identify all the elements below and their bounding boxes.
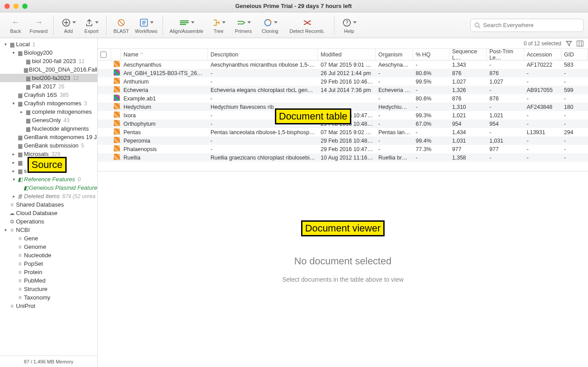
table-row[interactable]: Ant_GBH_19125-B03-ITS_265_10…-26 Jul 201… bbox=[98, 69, 588, 77]
table-row[interactable]: Anthurium-29 Feb 2016 10:46 pm-99.5%1,02… bbox=[98, 77, 588, 86]
cell-name: Hedychium bbox=[121, 104, 208, 110]
columns-icon[interactable] bbox=[576, 40, 584, 47]
cell-description: - bbox=[208, 96, 318, 102]
disclosure-icon[interactable]: ▸ bbox=[11, 160, 16, 165]
header-checkbox[interactable] bbox=[98, 49, 111, 60]
disclosure-icon[interactable]: ▾ bbox=[11, 177, 16, 182]
sidebar-item[interactable]: ≡Taxonomy bbox=[0, 293, 97, 302]
select-all-checkbox[interactable] bbox=[100, 52, 107, 58]
header-organism[interactable]: Organism bbox=[376, 49, 413, 60]
workflows-button[interactable]: Workflows bbox=[133, 13, 159, 37]
sidebar-item[interactable]: ≡PubMed bbox=[0, 276, 97, 285]
sidebar-item[interactable]: ▆BIOL_200_DNA_2016.Fall bbox=[0, 65, 97, 74]
disclosure-icon[interactable]: ▸ bbox=[19, 109, 24, 114]
sidebar-item[interactable]: ▾▆Biology200 bbox=[0, 48, 97, 57]
sidebar-item[interactable]: ≡Structure bbox=[0, 285, 97, 293]
sidebar-item[interactable]: ▆Nucleotide alignments bbox=[0, 124, 97, 133]
cloud-icon: ☁ bbox=[8, 210, 16, 216]
add-button[interactable]: Add bbox=[57, 13, 79, 37]
cell-hq: 99.3% bbox=[413, 112, 449, 119]
help-icon: ? bbox=[342, 18, 352, 28]
zoom-icon[interactable] bbox=[22, 4, 28, 9]
primers-button[interactable]: Primers bbox=[230, 13, 256, 37]
folder-icon: ▆ bbox=[24, 84, 32, 90]
minimize-icon[interactable] bbox=[13, 4, 19, 9]
close-icon[interactable] bbox=[4, 4, 10, 9]
cell-posttrim: 954 bbox=[487, 121, 524, 127]
sidebar-item[interactable]: ≡Shared Databases bbox=[0, 200, 97, 209]
sidebar-item[interactable]: ▾≡NCBI bbox=[0, 226, 97, 234]
sidebar-item[interactable]: ▆biol 200-fall 202312 bbox=[0, 57, 97, 65]
sidebar-item[interactable]: ≡Nucleotide bbox=[0, 251, 97, 259]
filter-icon[interactable] bbox=[566, 40, 572, 47]
help-label: Help bbox=[344, 28, 354, 34]
sidebar-item-label: GenBank submission bbox=[24, 142, 79, 149]
sidebar-item[interactable]: ≡UniProt bbox=[0, 302, 97, 310]
sidebar-item[interactable]: ▾▆Local1 bbox=[0, 40, 97, 48]
sequence-icon bbox=[114, 137, 120, 143]
tree-label: Tree bbox=[214, 28, 223, 34]
table-row[interactable]: Peperomia-29 Feb 2016 10:48 pm-99.4%1,03… bbox=[98, 136, 588, 145]
header-gid[interactable]: GID bbox=[561, 49, 588, 60]
header-posttrim[interactable]: Post-Trim Le… bbox=[487, 49, 524, 60]
sidebar-item-label: Reference Features bbox=[24, 176, 75, 183]
forward-button[interactable]: → Forward bbox=[28, 13, 50, 37]
detect-button[interactable]: Detect Recomb. bbox=[284, 13, 330, 37]
sidebar-item-count: 12 bbox=[79, 58, 84, 64]
sidebar-item[interactable]: ≡PopSet bbox=[0, 259, 97, 268]
selection-count: 0 of 12 selected bbox=[524, 40, 561, 47]
blast-button[interactable]: BLAST bbox=[110, 13, 132, 37]
sidebar-item[interactable]: ▾▆Crayfish mitogenomes3 bbox=[0, 99, 97, 108]
sidebar-item[interactable]: ≡Genome bbox=[0, 243, 97, 251]
header-hq[interactable]: % HQ bbox=[413, 49, 449, 60]
back-button[interactable]: ← Back bbox=[4, 13, 27, 37]
detect-icon bbox=[302, 19, 312, 27]
sidebar-item[interactable]: ▆biol200-fa202312 bbox=[0, 74, 97, 82]
disclosure-icon[interactable]: ▾ bbox=[3, 227, 8, 232]
cell-modified: 14 Jul 2014 7:36 pm bbox=[318, 87, 376, 93]
header-name[interactable]: Name ⌃ bbox=[121, 49, 208, 60]
cell-name: Aeschynanthus bbox=[121, 62, 208, 68]
sidebar-item[interactable]: ▆GenBank mitogenomes 19 J bbox=[0, 133, 97, 141]
sidebar-item[interactable]: ▸▆complete mitogenomes bbox=[0, 108, 97, 116]
disclosure-icon[interactable]: ▾ bbox=[11, 101, 16, 106]
search-field[interactable] bbox=[470, 19, 584, 32]
sidebar-item[interactable]: ▆GenBank submission5 bbox=[0, 141, 97, 150]
table-row[interactable]: RuelliaRuellia graezicans chloroplast ri… bbox=[98, 153, 588, 162]
disclosure-icon[interactable]: ▾ bbox=[11, 50, 16, 55]
cloning-button[interactable]: Cloning bbox=[257, 13, 283, 37]
sidebar-item[interactable]: ▆Crayfish 16S385 bbox=[0, 91, 97, 99]
tree-button[interactable]: Tree bbox=[207, 13, 230, 37]
source-tree[interactable]: ▾▆Local1▾▆Biology200▆biol 200-fall 20231… bbox=[0, 38, 97, 355]
search-input[interactable] bbox=[483, 22, 580, 28]
disclosure-icon[interactable]: ▸ bbox=[11, 152, 16, 156]
sidebar-item[interactable]: ⚙Operations bbox=[0, 217, 97, 226]
align-button[interactable]: Align/Assemble bbox=[167, 13, 207, 37]
sidebar-item[interactable]: ▆Fall 201726 bbox=[0, 82, 97, 91]
disclosure-icon[interactable]: ▸ bbox=[11, 168, 16, 173]
sidebar-item[interactable]: ≡Protein bbox=[0, 268, 97, 276]
table-row[interactable]: EcheveriaEcheveria elegans chloroplast r… bbox=[98, 86, 588, 94]
table-row[interactable]: PentasPentas lanceolata ribulose-1,5-bis… bbox=[98, 128, 588, 136]
cell-organism: - bbox=[376, 79, 413, 85]
help-button[interactable]: ? Help bbox=[338, 13, 360, 37]
sidebar-item[interactable]: ▸🗑Deleted Items674 (52 unrea bbox=[0, 192, 97, 200]
header-seqlen[interactable]: Sequence L… bbox=[449, 49, 487, 60]
export-button[interactable]: Export bbox=[80, 13, 103, 37]
header-accession[interactable]: Accession bbox=[524, 49, 561, 60]
sidebar-item[interactable]: ◧Geneious Plasmid Feature bbox=[0, 184, 97, 192]
sidebar-item[interactable]: ▆GenesOnly43 bbox=[0, 116, 97, 124]
header-description[interactable]: Description bbox=[208, 49, 318, 60]
sidebar-item[interactable]: ≡Gene bbox=[0, 234, 97, 243]
table-row[interactable]: Example.ab1--80.6%876876-- bbox=[98, 94, 588, 103]
table-row[interactable]: AeschynanthusAeschynanthus micranthus ri… bbox=[98, 60, 588, 69]
db-icon: ≡ bbox=[16, 261, 24, 267]
sidebar-item[interactable]: ▾◧Reference Features0 bbox=[0, 175, 97, 184]
cell-gid: - bbox=[561, 96, 588, 102]
disclosure-icon[interactable]: ▸ bbox=[11, 194, 16, 199]
header-modified[interactable]: Modified bbox=[318, 49, 376, 60]
disclosure-icon[interactable]: ▾ bbox=[3, 42, 8, 47]
table-row[interactable]: Phalaenopsis-29 Feb 2016 10:47 pm-77.3%9… bbox=[98, 145, 588, 153]
cell-gid: 180 bbox=[561, 104, 588, 110]
sidebar-item[interactable]: ☁Cloud Database bbox=[0, 209, 97, 217]
